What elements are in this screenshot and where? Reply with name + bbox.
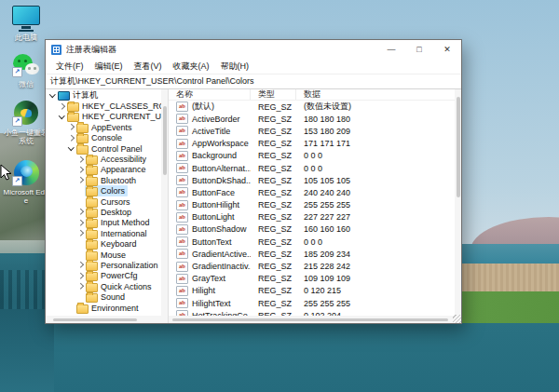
expand-icon[interactable] bbox=[76, 155, 85, 164]
list-vertical-scrollbar[interactable] bbox=[455, 89, 461, 316]
menu-item[interactable]: 查看(V) bbox=[129, 61, 168, 73]
registry-value-row[interactable]: abHotTrackingCo...REG_SZ0 102 204 bbox=[169, 309, 461, 316]
expand-icon[interactable] bbox=[67, 123, 75, 131]
value-type: REG_SZ bbox=[251, 127, 296, 136]
menu-item[interactable]: 编辑(E) bbox=[89, 61, 129, 73]
tree-horizontal-scrollbar[interactable] bbox=[46, 316, 168, 323]
tree-item-label: Control Panel bbox=[91, 144, 143, 154]
tree-item-计算机[interactable]: 计算机 bbox=[46, 90, 168, 101]
menu-item[interactable]: 文件(F) bbox=[50, 61, 89, 73]
reg-sz-string-icon: ab bbox=[176, 298, 188, 308]
folder-icon bbox=[86, 262, 98, 271]
registry-value-row[interactable]: abButtonHilightREG_SZ255 255 255 bbox=[169, 199, 461, 211]
tree-node: Sound bbox=[85, 291, 128, 303]
tree-item-label: Accessibility bbox=[101, 155, 146, 164]
folder-icon bbox=[76, 134, 89, 143]
value-data: 180 180 180 bbox=[296, 115, 461, 124]
tree-node: HKEY_CLASSES_ROOT bbox=[66, 101, 168, 112]
menu-item[interactable]: 帮助(H) bbox=[215, 61, 255, 73]
title-bar[interactable]: 注册表编辑器 — □ ✕ bbox=[46, 40, 461, 59]
value-type: REG_SZ bbox=[251, 188, 296, 197]
column-header-data[interactable]: 数据 bbox=[296, 89, 461, 100]
expand-icon[interactable] bbox=[58, 102, 66, 111]
registry-value-row[interactable]: abGradientInactiv...REG_SZ215 228 242 bbox=[169, 260, 461, 272]
maximize-button[interactable]: □ bbox=[405, 40, 433, 59]
expand-icon[interactable] bbox=[76, 282, 85, 291]
tree-item-keyboard[interactable]: Keyboard bbox=[46, 238, 168, 249]
this-pc-icon bbox=[12, 6, 40, 32]
tree-item-environment[interactable]: Environment bbox=[46, 303, 168, 313]
registry-value-row[interactable]: abBackgroundREG_SZ0 0 0 bbox=[169, 150, 461, 162]
collapse-icon[interactable] bbox=[58, 113, 66, 121]
resize-grip[interactable] bbox=[453, 315, 461, 323]
expand-icon[interactable] bbox=[76, 272, 85, 280]
registry-value-row[interactable]: abActiveBorderREG_SZ180 180 180 bbox=[169, 113, 461, 125]
tree-item-desktop[interactable]: Desktop bbox=[46, 207, 168, 217]
collapse-icon[interactable] bbox=[67, 144, 75, 153]
tree-item-input-method[interactable]: Input Method bbox=[46, 218, 168, 228]
tree-item-international[interactable]: International bbox=[46, 228, 168, 238]
registry-value-row[interactable]: abHilightTextREG_SZ255 255 255 bbox=[169, 297, 461, 309]
registry-value-row[interactable]: abAppWorkspaceREG_SZ171 171 171 bbox=[169, 138, 461, 150]
registry-value-row[interactable]: abButtonTextREG_SZ0 0 0 bbox=[169, 236, 461, 248]
tree-item-cursors[interactable]: Cursors bbox=[46, 196, 168, 207]
tree-item-sound[interactable]: Sound bbox=[46, 291, 168, 302]
registry-value-row[interactable]: ab(默认)REG_SZ(数值未设置) bbox=[169, 101, 461, 113]
registry-value-row[interactable]: abActiveTitleREG_SZ153 180 209 bbox=[169, 125, 461, 137]
desktop-icon-wechat[interactable]: ↗ 微信 bbox=[2, 52, 50, 88]
desktop-icon-xiaoyu-reinstall[interactable]: ↗ 小鱼一键重装系统 bbox=[2, 101, 50, 145]
column-header-name[interactable]: 名称 bbox=[169, 89, 251, 100]
value-name: ButtonDkShad... bbox=[192, 176, 251, 185]
desktop-icon-this-pc[interactable]: 此电脑 bbox=[2, 6, 50, 42]
tree-item-appearance[interactable]: Appearance bbox=[46, 165, 168, 175]
registry-value-row[interactable]: abGradientActive...REG_SZ185 209 234 bbox=[169, 248, 461, 260]
reg-sz-string-icon: ab bbox=[176, 114, 188, 124]
expand-icon[interactable] bbox=[76, 229, 85, 237]
tree-node: Quick Actions bbox=[85, 281, 155, 292]
registry-value-row[interactable]: abButtonFaceREG_SZ240 240 240 bbox=[169, 186, 461, 198]
tree-item-hkey-current-user[interactable]: HKEY_CURRENT_USER bbox=[46, 112, 168, 122]
tree-item-personalization[interactable]: Personalization bbox=[46, 260, 168, 270]
expander-placeholder bbox=[76, 293, 85, 302]
tree-item-mouse[interactable]: Mouse bbox=[46, 250, 168, 260]
registry-value-row[interactable]: abButtonShadowREG_SZ160 160 160 bbox=[169, 223, 461, 236]
expand-icon[interactable] bbox=[76, 261, 85, 269]
collapse-icon[interactable] bbox=[48, 91, 57, 100]
tree-item-powercfg[interactable]: PowerCfg bbox=[46, 271, 168, 281]
tree-item-quick-actions[interactable]: Quick Actions bbox=[46, 281, 168, 291]
tree-hscroll-thumb[interactable] bbox=[53, 318, 137, 321]
menu-item[interactable]: 收藏夹(A) bbox=[168, 61, 215, 73]
expand-icon[interactable] bbox=[76, 208, 85, 216]
expand-icon[interactable] bbox=[76, 176, 85, 184]
tree-node: Mouse bbox=[85, 250, 129, 261]
registry-value-row[interactable]: abButtonDkShad...REG_SZ105 105 105 bbox=[169, 174, 461, 186]
tree-item-console[interactable]: Console bbox=[46, 133, 168, 143]
reg-sz-string-icon: ab bbox=[176, 224, 188, 235]
tree-item-bluetooth[interactable]: Bluetooth bbox=[46, 175, 168, 185]
address-bar[interactable]: 计算机\HKEY_CURRENT_USER\Control Panel\Colo… bbox=[46, 74, 461, 89]
tree-item-label: Cursors bbox=[101, 197, 130, 207]
tree-vscroll-thumb[interactable] bbox=[163, 106, 167, 175]
registry-value-row[interactable]: abButtonAlternat...REG_SZ0 0 0 bbox=[169, 162, 461, 174]
registry-value-row[interactable]: abButtonLightREG_SZ227 227 227 bbox=[169, 211, 461, 223]
tree-item-label: International bbox=[101, 229, 147, 238]
minimize-button[interactable]: — bbox=[377, 40, 405, 59]
registry-value-row[interactable]: abHilightREG_SZ0 120 215 bbox=[169, 285, 461, 297]
list-vscroll-thumb[interactable] bbox=[457, 97, 460, 197]
column-header-type[interactable]: 类型 bbox=[251, 89, 296, 100]
registry-value-row[interactable]: abGrayTextREG_SZ109 109 109 bbox=[169, 273, 461, 285]
expand-icon[interactable] bbox=[76, 166, 85, 174]
tree-node: International bbox=[85, 228, 150, 239]
expand-icon[interactable] bbox=[76, 219, 85, 227]
tree-item-control-panel[interactable]: Control Panel bbox=[46, 143, 168, 154]
tree-item-accessibility[interactable]: Accessibility bbox=[46, 154, 168, 164]
expand-icon[interactable] bbox=[67, 134, 75, 142]
tree-item-colors[interactable]: Colors bbox=[46, 186, 168, 196]
close-button[interactable]: ✕ bbox=[433, 40, 461, 59]
window-title: 注册表编辑器 bbox=[66, 44, 116, 56]
list-horizontal-scrollbar[interactable] bbox=[169, 316, 461, 323]
tree-item-hkey-classes-root[interactable]: HKEY_CLASSES_ROOT bbox=[46, 101, 168, 111]
tree-item-appevents[interactable]: AppEvents bbox=[46, 122, 168, 132]
tree-vertical-scrollbar[interactable] bbox=[161, 89, 168, 316]
list-hscroll-thumb[interactable] bbox=[172, 318, 448, 321]
